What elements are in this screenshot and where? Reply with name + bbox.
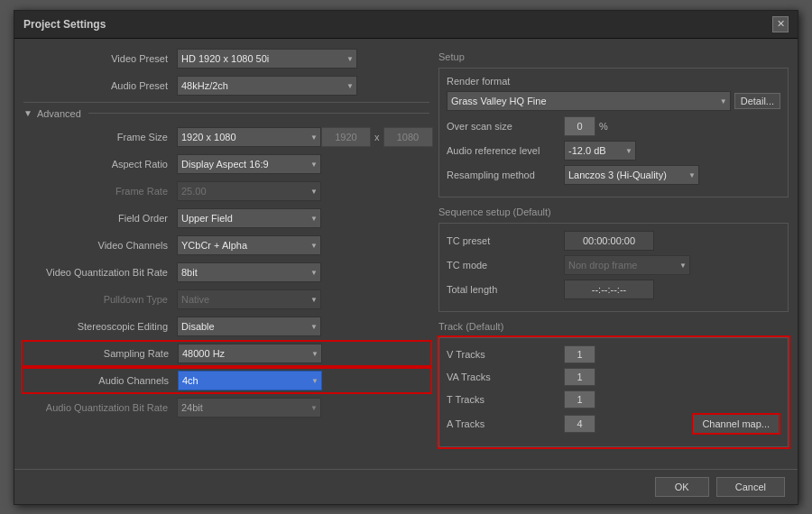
sequence-group: TC preset TC mode Non drop frame Total l…: [438, 223, 789, 312]
render-format-control-row: Grass Valley HQ Fine Detail...: [447, 91, 780, 111]
video-quant-row: Video Quantization Bit Rate 8bit: [23, 262, 429, 283]
audio-ref-label: Audio reference level: [447, 145, 564, 156]
title-bar: Project Settings ✕: [14, 11, 798, 39]
sampling-label: Sampling Rate: [24, 348, 178, 359]
audio-channels-wrapper: 4ch: [178, 371, 322, 390]
over-scan-row: Over scan size %: [447, 116, 780, 136]
v-tracks-row: V Tracks: [447, 345, 780, 363]
percent-label: %: [599, 121, 608, 132]
frame-size-wrapper: 1920 x 1080: [177, 127, 321, 147]
setup-group: Render format Grass Valley HQ Fine Detai…: [438, 68, 789, 197]
total-length-row: Total length: [447, 280, 780, 299]
advanced-header: ▼ Advanced: [23, 102, 429, 119]
triangle-icon: ▼: [23, 108, 32, 118]
aspect-ratio-row: Aspect Ratio Display Aspect 16:9: [23, 153, 429, 175]
detail-button[interactable]: Detail...: [734, 93, 780, 109]
field-order-select[interactable]: Upper Field: [177, 208, 321, 228]
field-order-label: Field Order: [23, 213, 177, 224]
audio-preset-select[interactable]: 48kHz/2ch: [177, 76, 357, 96]
over-scan-input[interactable]: [564, 116, 595, 136]
v-tracks-label: V Tracks: [447, 349, 564, 360]
video-preset-wrapper: HD 1920 x 1080 50i: [177, 49, 357, 69]
sampling-wrapper: 48000 Hz: [178, 344, 322, 363]
tc-mode-row: TC mode Non drop frame: [447, 255, 780, 275]
audio-channels-select[interactable]: 4ch: [178, 371, 322, 390]
frame-size-label: Frame Size: [23, 132, 177, 142]
total-length-input[interactable]: [564, 280, 654, 299]
aspect-ratio-select[interactable]: Display Aspect 16:9: [177, 154, 321, 174]
audio-quant-row: Audio Quantization Bit Rate 24bit: [23, 397, 429, 418]
right-panel: Setup Render format Grass Valley HQ Fine…: [438, 48, 789, 456]
total-length-label: Total length: [447, 284, 564, 295]
track-section-title: Track (Default): [438, 321, 789, 332]
track-group: V Tracks VA Tracks T Tracks A Tracks Cha…: [438, 337, 789, 447]
tc-mode-wrapper: Non drop frame: [564, 255, 690, 275]
pulldown-row: Pulldown Type Native: [23, 289, 429, 310]
frame-size-select[interactable]: 1920 x 1080: [177, 127, 321, 147]
frame-width-input[interactable]: 1920: [321, 127, 371, 147]
audio-ref-wrapper: -12.0 dB: [564, 141, 636, 161]
tc-preset-row: TC preset: [447, 231, 780, 251]
va-tracks-input[interactable]: [564, 368, 595, 386]
video-quant-wrapper: 8bit: [177, 262, 321, 282]
advanced-label: Advanced: [37, 108, 81, 119]
audio-preset-row: Audio Preset 48kHz/2ch: [23, 75, 429, 96]
video-quant-label: Video Quantization Bit Rate: [23, 267, 177, 278]
audio-channels-row: Audio Channels 4ch: [23, 370, 429, 391]
stereo-row: Stereoscopic Editing Disable: [23, 316, 429, 337]
dialog-body: Video Preset HD 1920 x 1080 50i Audio Pr…: [14, 39, 798, 465]
sampling-select[interactable]: 48000 Hz: [178, 344, 322, 363]
audio-ref-select[interactable]: -12.0 dB: [564, 141, 636, 161]
tc-mode-label: TC mode: [447, 260, 564, 271]
video-preset-select[interactable]: HD 1920 x 1080 50i: [177, 49, 357, 69]
stereo-select[interactable]: Disable: [177, 317, 321, 336]
frame-height-input[interactable]: 1080: [383, 127, 433, 147]
a-tracks-row: A Tracks Channel map...: [447, 413, 780, 435]
pulldown-select[interactable]: Native: [177, 289, 321, 309]
pulldown-label: Pulldown Type: [23, 294, 177, 305]
a-tracks-input[interactable]: [564, 415, 595, 433]
frame-rate-select[interactable]: 25.00: [177, 181, 321, 201]
frame-rate-row: Frame Rate 25.00: [23, 180, 429, 202]
ok-button[interactable]: OK: [655, 477, 709, 497]
render-format-row: Render format: [447, 76, 780, 87]
render-format-select[interactable]: Grass Valley HQ Fine: [447, 91, 731, 111]
setup-section-title: Setup: [438, 51, 789, 62]
over-scan-label: Over scan size: [447, 121, 564, 132]
channel-map-button[interactable]: Channel map...: [691, 413, 780, 435]
aspect-ratio-wrapper: Display Aspect 16:9: [177, 154, 321, 174]
t-tracks-label: T Tracks: [447, 394, 564, 405]
cancel-button[interactable]: Cancel: [716, 477, 785, 497]
va-tracks-row: VA Tracks: [447, 368, 780, 386]
bottom-buttons: OK Cancel: [14, 469, 798, 504]
video-channels-select[interactable]: YCbCr + Alpha: [177, 235, 321, 255]
stereo-wrapper: Disable: [177, 317, 321, 336]
audio-quant-wrapper: 24bit: [177, 398, 321, 418]
v-tracks-input[interactable]: [564, 345, 595, 363]
render-format-wrapper: Grass Valley HQ Fine: [447, 91, 731, 111]
a-tracks-label: A Tracks: [447, 418, 564, 429]
video-quant-select[interactable]: 8bit: [177, 262, 321, 282]
tc-preset-input[interactable]: [564, 231, 654, 251]
render-format-label: Render format: [447, 76, 564, 87]
resampling-wrapper: Lanczos 3 (Hi-Quality): [564, 165, 699, 185]
field-order-row: Field Order Upper Field: [23, 207, 429, 229]
audio-preset-wrapper: 48kHz/2ch: [177, 76, 357, 96]
advanced-line: [88, 113, 429, 114]
resampling-row: Resampling method Lanczos 3 (Hi-Quality): [447, 165, 780, 185]
audio-ref-row: Audio reference level -12.0 dB: [447, 141, 780, 161]
audio-channels-label: Audio Channels: [24, 375, 178, 386]
t-tracks-input[interactable]: [564, 390, 595, 408]
video-channels-row: Video Channels YCbCr + Alpha: [23, 234, 429, 256]
field-order-wrapper: Upper Field: [177, 208, 321, 228]
sampling-rate-row: Sampling Rate 48000 Hz: [23, 343, 429, 364]
resampling-select[interactable]: Lanczos 3 (Hi-Quality): [564, 165, 699, 185]
project-settings-dialog: Project Settings ✕ Video Preset HD 1920 …: [14, 10, 798, 505]
audio-quant-select[interactable]: 24bit: [177, 398, 321, 418]
video-preset-row: Video Preset HD 1920 x 1080 50i: [23, 48, 429, 69]
tc-mode-select[interactable]: Non drop frame: [564, 255, 690, 275]
stereo-label: Stereoscopic Editing: [23, 321, 177, 332]
tc-preset-label: TC preset: [447, 235, 564, 246]
frame-size-row: Frame Size 1920 x 1080 1920 x 1080: [23, 126, 429, 148]
close-button[interactable]: ✕: [772, 16, 789, 32]
